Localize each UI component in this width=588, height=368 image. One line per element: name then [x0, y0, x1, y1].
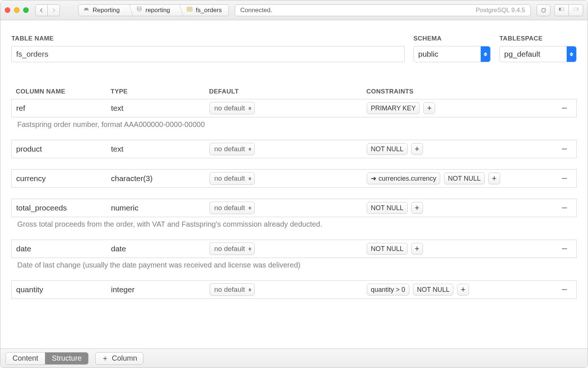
foreign-key-label: currencies.currency: [379, 175, 436, 183]
zoom-window-button[interactable]: [23, 7, 29, 13]
column-default-popup[interactable]: no default: [209, 172, 255, 185]
nav-back-button[interactable]: [35, 4, 48, 16]
select-stepper-icon: [481, 46, 490, 62]
table-name-field: Table Name fs_orders: [11, 35, 405, 62]
column-description: Fastspring order number, format AAA00000…: [11, 117, 577, 129]
minimize-window-button[interactable]: [14, 7, 19, 13]
column-default-cell: no default: [209, 243, 364, 255]
schema-value: public: [418, 50, 438, 59]
remove-column-button[interactable]: −: [557, 243, 572, 255]
constraint-pill[interactable]: NOT NULL: [367, 143, 408, 155]
updown-icon: [248, 247, 251, 251]
right-panel-toggle[interactable]: [569, 4, 583, 16]
schema-select[interactable]: public: [413, 46, 491, 62]
reload-button[interactable]: [537, 4, 551, 16]
column-row: quantityintegerno defaultquantity > 0NOT…: [11, 280, 577, 299]
column-type-input[interactable]: text: [111, 104, 207, 113]
tab-content[interactable]: Content: [6, 353, 45, 364]
table-meta-row: Table Name fs_orders Schema public Table…: [11, 35, 577, 62]
arrow-icon: ➜: [371, 174, 376, 183]
column-type-input[interactable]: numeric: [111, 204, 207, 212]
column-type-input[interactable]: integer: [111, 285, 207, 294]
header-constraints: Constraints: [366, 88, 555, 95]
column-default-cell: no default: [209, 172, 364, 185]
constraint-pill[interactable]: NOT NULL: [367, 202, 408, 214]
constraint-pill[interactable]: quantity > 0: [367, 284, 409, 296]
column-constraints: NOT NULL+: [367, 243, 554, 255]
nav-forward-button[interactable]: [48, 4, 60, 16]
column-default-cell: no default: [209, 283, 364, 296]
breadcrumb-database[interactable]: reporting: [126, 5, 177, 16]
constraint-pill[interactable]: NOT NULL: [367, 243, 408, 255]
breadcrumb-table[interactable]: fs_orders: [177, 5, 229, 16]
column-type-input[interactable]: character(3): [111, 174, 207, 183]
column-name-input[interactable]: quantity: [16, 285, 108, 294]
tablespace-value: pg_default: [504, 50, 540, 59]
status-text: Connected.: [240, 7, 272, 14]
column-name-input[interactable]: date: [16, 244, 108, 253]
column-card: reftextno defaultPRIMARY KEY+−Fastspring…: [11, 99, 577, 129]
breadcrumb-connection[interactable]: Reporting: [79, 5, 126, 16]
add-constraint-button[interactable]: +: [423, 102, 435, 114]
column-type-input[interactable]: text: [111, 145, 207, 153]
select-stepper-icon: [567, 46, 576, 62]
remove-column-button[interactable]: −: [557, 202, 572, 214]
database-icon: [136, 6, 143, 14]
foreign-key-pill[interactable]: ➜currencies.currency: [367, 173, 440, 184]
constraint-pill[interactable]: PRIMARY KEY: [367, 102, 420, 114]
schema-field: Schema public: [413, 35, 491, 62]
add-constraint-button[interactable]: +: [457, 284, 469, 296]
column-type-input[interactable]: date: [111, 244, 207, 253]
column-card: currencycharacter(3)no default➜currencie…: [11, 169, 577, 188]
constraint-pill[interactable]: NOT NULL: [444, 173, 485, 184]
column-default-popup[interactable]: no default: [209, 202, 255, 214]
table-name-input[interactable]: fs_orders: [11, 46, 405, 62]
breadcrumb-connection-label: Reporting: [93, 7, 120, 14]
column-default-popup[interactable]: no default: [209, 283, 255, 296]
left-panel-toggle[interactable]: [554, 4, 569, 16]
add-constraint-button[interactable]: +: [411, 143, 423, 155]
titlebar: Reporting reporting fs_orders Connected.…: [0, 0, 588, 20]
column-name-input[interactable]: currency: [16, 174, 108, 183]
tablespace-select[interactable]: pg_default: [499, 46, 577, 62]
column-default-value: no default: [214, 286, 245, 294]
column-name-input[interactable]: ref: [16, 104, 108, 113]
column-default-popup[interactable]: no default: [209, 243, 255, 255]
column-constraints: PRIMARY KEY+: [367, 102, 554, 114]
column-constraints: NOT NULL+: [367, 202, 554, 214]
column-default-popup[interactable]: no default: [209, 102, 255, 114]
close-window-button[interactable]: [5, 7, 10, 13]
updown-icon: [248, 107, 251, 110]
remove-column-button[interactable]: −: [557, 284, 572, 296]
tab-structure[interactable]: Structure: [45, 353, 88, 364]
add-constraint-button[interactable]: +: [488, 173, 500, 184]
column-row: datedateno defaultNOT NULL+−: [11, 240, 577, 258]
column-name-input[interactable]: product: [16, 145, 108, 153]
updown-icon: [248, 148, 251, 151]
column-card: total_proceedsnumericno defaultNOT NULL+…: [11, 199, 577, 229]
column-default-value: no default: [214, 145, 245, 153]
add-constraint-button[interactable]: +: [411, 243, 423, 255]
column-row: reftextno defaultPRIMARY KEY+−: [11, 99, 577, 117]
table-icon: [186, 6, 193, 14]
panel-toggle-group: [554, 4, 583, 16]
bottom-bar: Content Structure ＋ Column: [0, 348, 588, 368]
header-default: Default: [209, 88, 363, 95]
svg-rect-4: [559, 8, 561, 10]
breadcrumb-table-label: fs_orders: [196, 7, 222, 14]
column-default-popup[interactable]: no default: [209, 143, 255, 155]
column-constraints: NOT NULL+: [367, 143, 554, 155]
remove-column-button[interactable]: −: [557, 173, 572, 184]
remove-column-button[interactable]: −: [557, 102, 572, 114]
app-window: Reporting reporting fs_orders Connected.…: [0, 0, 588, 368]
constraint-pill[interactable]: NOT NULL: [413, 284, 454, 296]
add-column-button[interactable]: ＋ Column: [95, 352, 143, 365]
column-row: currencycharacter(3)no default➜currencie…: [11, 169, 577, 188]
table-name-value: fs_orders: [16, 50, 49, 59]
add-constraint-button[interactable]: +: [411, 202, 423, 214]
column-name-input[interactable]: total_proceeds: [16, 204, 108, 212]
remove-column-button[interactable]: −: [557, 143, 572, 155]
updown-icon: [248, 206, 251, 210]
column-description: Date of last change (usually the date pa…: [11, 258, 577, 269]
window-controls: [5, 7, 29, 13]
